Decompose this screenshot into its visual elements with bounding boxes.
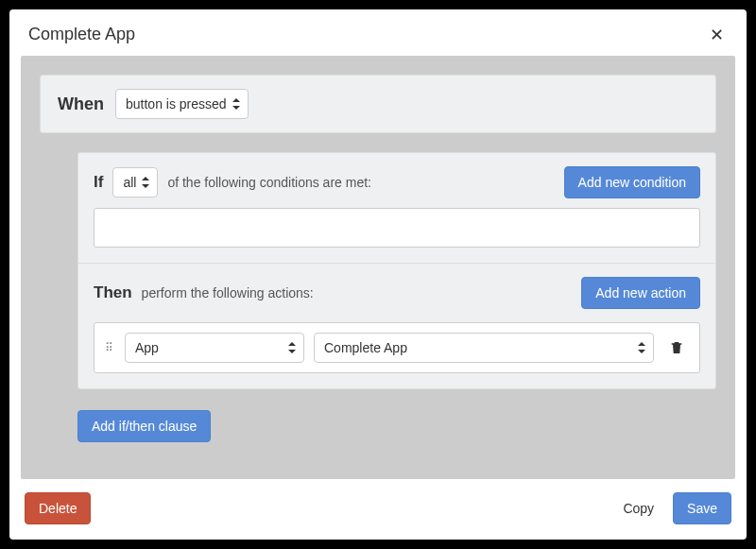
- close-button[interactable]: ✕: [706, 26, 728, 43]
- then-label: Then: [94, 283, 132, 302]
- modal-body: When button is pressed If all of the fol…: [21, 56, 735, 479]
- trigger-select-value: button is pressed: [126, 96, 227, 112]
- action-row: ⠿ App Complete App: [94, 322, 700, 373]
- ifthen-block: If all of the following conditions are m…: [77, 152, 716, 389]
- drag-handle-icon[interactable]: ⠿: [104, 345, 115, 351]
- chevron-updown-icon: [638, 342, 645, 353]
- when-label: When: [58, 94, 104, 114]
- then-section: Then perform the following actions: Add …: [78, 263, 715, 388]
- modal-header: Complete App ✕: [9, 9, 747, 56]
- delete-action-button[interactable]: [663, 335, 690, 360]
- chevron-updown-icon: [232, 98, 240, 110]
- action-type-select[interactable]: Complete App: [314, 333, 654, 363]
- add-condition-button[interactable]: Add new condition: [564, 166, 700, 198]
- modal-title: Complete App: [28, 25, 135, 44]
- if-description: of the following conditions are met:: [167, 175, 371, 190]
- if-section: If all of the following conditions are m…: [78, 153, 715, 263]
- add-action-button[interactable]: Add new action: [581, 277, 700, 309]
- chevron-updown-icon: [288, 342, 296, 353]
- copy-button[interactable]: Copy: [613, 493, 663, 523]
- when-panel: When button is pressed: [40, 75, 716, 133]
- trash-icon: [669, 339, 684, 356]
- add-ifthen-clause-button[interactable]: Add if/then clause: [77, 410, 211, 442]
- action-target-select[interactable]: App: [125, 333, 304, 363]
- chevron-updown-icon: [142, 177, 149, 188]
- then-header: Then perform the following actions: Add …: [94, 277, 700, 309]
- if-quantifier-select[interactable]: all: [112, 167, 158, 197]
- if-label: If: [94, 173, 103, 192]
- modal-footer: Delete Copy Save: [9, 479, 747, 540]
- delete-button[interactable]: Delete: [25, 492, 91, 524]
- save-button[interactable]: Save: [673, 492, 731, 524]
- if-quantifier-value: all: [123, 175, 136, 190]
- close-icon: ✕: [710, 26, 724, 44]
- if-header: If all of the following conditions are m…: [94, 166, 700, 198]
- conditions-list[interactable]: [94, 208, 700, 248]
- action-target-value: App: [135, 340, 159, 355]
- then-description: perform the following actions:: [142, 285, 314, 300]
- add-clause-row: Add if/then clause: [77, 410, 716, 442]
- action-type-value: Complete App: [324, 340, 407, 355]
- ifthen-container: If all of the following conditions are m…: [77, 152, 716, 442]
- trigger-select[interactable]: button is pressed: [115, 89, 249, 119]
- rule-editor-modal: Complete App ✕ When button is pressed If…: [9, 9, 747, 540]
